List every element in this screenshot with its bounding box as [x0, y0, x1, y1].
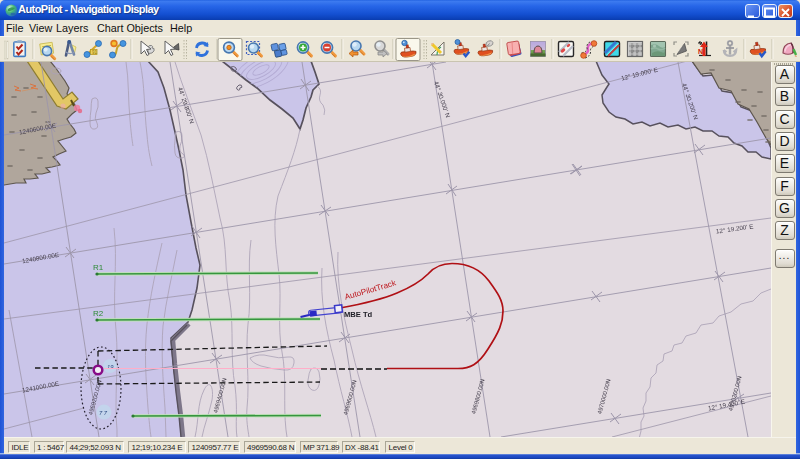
svg-text:R1: R1: [93, 263, 104, 272]
svg-text:MBE Td: MBE Td: [344, 310, 373, 319]
svg-text:N: N: [698, 48, 703, 55]
svg-text:91: 91: [92, 50, 98, 55]
svg-text:R2: R2: [93, 309, 104, 318]
svg-text:7 7: 7 7: [99, 410, 108, 416]
